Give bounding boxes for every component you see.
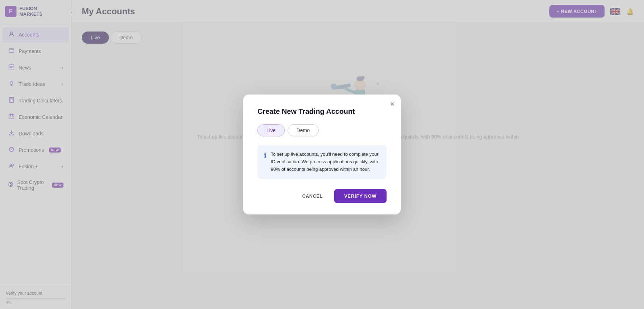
modal-overlay[interactable]: × Create New Trading Account Live Demo ℹ…	[0, 0, 644, 309]
modal-footer: CANCEL VERIFY NOW	[257, 189, 387, 203]
modal-tab-live[interactable]: Live	[257, 124, 285, 136]
modal-info-box: ℹ To set up live accounts, you'll need t…	[257, 145, 387, 179]
cancel-button[interactable]: CANCEL	[297, 190, 328, 202]
verify-now-button[interactable]: VERIFY NOW	[334, 189, 387, 203]
modal-info-text: To set up live accounts, you'll need to …	[271, 151, 380, 173]
modal-tab-bar: Live Demo	[257, 124, 387, 136]
modal-title: Create New Trading Account	[257, 107, 387, 116]
modal-close-button[interactable]: ×	[390, 100, 394, 107]
modal-dialog: × Create New Trading Account Live Demo ℹ…	[243, 95, 401, 214]
modal-tab-demo[interactable]: Demo	[288, 124, 319, 136]
info-circle-icon: ℹ	[264, 151, 266, 159]
